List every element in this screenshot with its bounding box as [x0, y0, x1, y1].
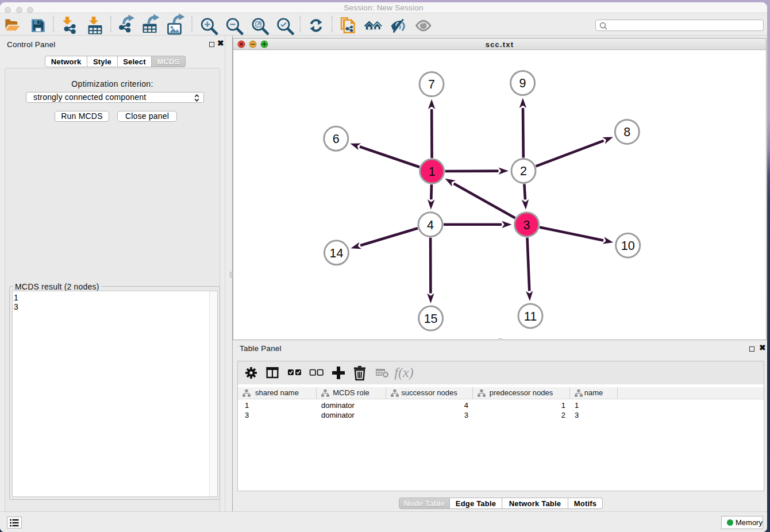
svg-text:4: 4 — [427, 218, 434, 232]
svg-text:10: 10 — [621, 239, 635, 253]
svg-text:14: 14 — [330, 246, 344, 260]
svg-text:9: 9 — [519, 76, 526, 90]
svg-text:1: 1 — [429, 165, 436, 179]
svg-text:f(x): f(x) — [394, 365, 413, 380]
svg-text:7: 7 — [428, 78, 435, 91]
svg-text:3: 3 — [523, 218, 530, 232]
svg-text:8: 8 — [623, 125, 630, 139]
svg-text:15: 15 — [424, 312, 438, 326]
svg-text:11: 11 — [524, 310, 537, 323]
svg-text:2: 2 — [520, 164, 527, 178]
svg-text:6: 6 — [333, 132, 340, 146]
